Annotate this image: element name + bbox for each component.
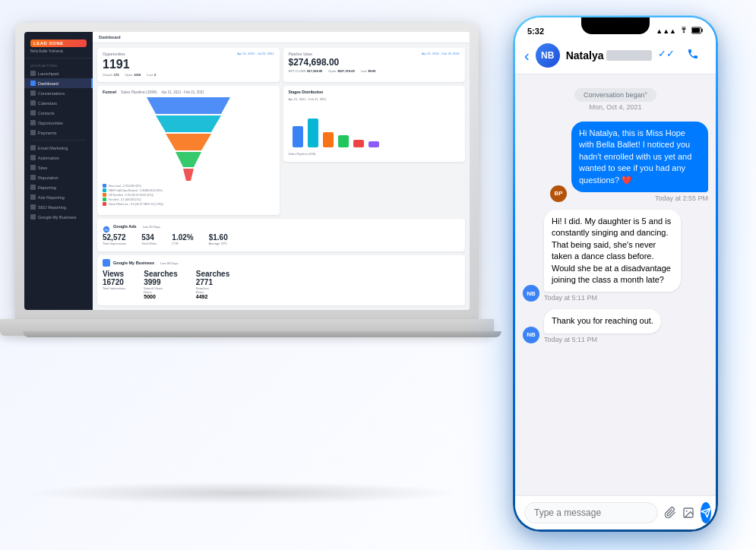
sidebar-item-conversations[interactable]: Conversations xyxy=(24,88,93,98)
stat-item-open: Open: 1018 xyxy=(125,73,141,77)
search-views-count: 3999 xyxy=(144,278,177,286)
stat-breakdown: NET CLOSE: $17,324.00 Open: $227,374.00 … xyxy=(289,69,460,73)
gmb-icon xyxy=(30,214,36,220)
sidebar-item-ads-reporting[interactable]: Ads Reporting xyxy=(24,192,93,202)
closed-val: 172 xyxy=(114,73,119,77)
svg-rect-7 xyxy=(323,132,334,147)
battery-icon xyxy=(691,27,704,36)
legend-item-1: New Lead - 2,554,366 (0%) xyxy=(103,184,274,188)
stat-item-netclose: NET CLOSE: $17,324.00 xyxy=(289,69,323,73)
legend-label: HS Enrolled - 0.32 (39.74 69.92 (5%)) xyxy=(109,194,153,197)
back-button[interactable]: ‹ xyxy=(524,47,530,65)
msg-col-incoming-2: Thank you for reaching out. Today at 5:1… xyxy=(544,309,661,343)
stages-period: Apr 21, 2021 - Feb 21, 2021 xyxy=(289,97,460,101)
phone: 5:32 ▲▲▲ ‹ xyxy=(513,15,718,532)
laptop-base-bottom xyxy=(23,331,501,337)
payments-icon xyxy=(30,130,36,135)
sidebar-item-label: Reputation xyxy=(38,175,59,180)
svg-marker-3 xyxy=(176,152,201,167)
msg-col-incoming: Hi! I did. My daughter is 5 and is const… xyxy=(544,210,681,302)
sidebar-item-automation[interactable]: Automation xyxy=(24,153,93,163)
message-input[interactable] xyxy=(524,502,658,523)
calendars-icon xyxy=(30,100,36,106)
contact-name: Natalya xyxy=(566,49,604,62)
attachment-button[interactable] xyxy=(664,502,676,523)
heart-emoji: ❤️ xyxy=(622,175,632,185)
sidebar-item-label: Launchpad xyxy=(38,71,59,76)
page-title: Dashboard xyxy=(99,35,121,40)
quick-actions-label: Quick Actions xyxy=(24,62,93,68)
sidebar-item-launchpad[interactable]: Launchpad xyxy=(24,68,93,78)
automation-icon xyxy=(30,155,36,160)
sidebar-item-reporting[interactable]: Reporting xyxy=(24,182,93,192)
sidebar-item-label: Ads Reporting xyxy=(38,195,65,200)
legend-label: New Lead - 2,554,366 (0%) xyxy=(109,185,141,188)
svg-rect-13 xyxy=(692,28,700,33)
sidebar-item-gmb[interactable]: Google My Business xyxy=(24,212,93,222)
sidebar-item-payments[interactable]: Payments xyxy=(24,128,93,138)
laptop: LEAD XONE Bella Ballet Yorklands Quick A… xyxy=(15,23,486,517)
sidebar-item-label: Automation xyxy=(38,156,59,160)
more-icon[interactable]: ⋮ xyxy=(711,48,716,63)
logo-badge: LEAD XONE xyxy=(30,40,87,47)
search-views-val: Searches xyxy=(144,270,177,278)
lost-val: 2 xyxy=(154,73,156,77)
sidebar-item-reputation[interactable]: Reputation xyxy=(24,172,93,182)
gmb-views: Views 16720 Total Interactions xyxy=(103,270,125,299)
message-outgoing-1: Hi Natalya, this is Miss Hope with Bella… xyxy=(523,122,708,202)
sidebar-logo: LEAD XONE Bella Ballet Yorklands xyxy=(24,36,93,58)
opportunities-icon xyxy=(30,120,36,125)
workspace-label: Bella Ballet Yorklands xyxy=(30,49,87,53)
ads-ctr: 1.02% CTR xyxy=(172,233,193,245)
dashboard-icon xyxy=(30,81,36,86)
views-count: 16720 xyxy=(103,278,125,286)
ads-metrics: 52,572 Total Impressions 534 Total Click… xyxy=(103,233,460,245)
search-direct-val: 5000 xyxy=(144,294,177,299)
status-right: ▲▲▲ xyxy=(656,27,704,36)
gmb-card: Google My Business Last 90 Days Views 16… xyxy=(97,255,465,305)
svg-rect-6 xyxy=(308,119,318,147)
stat-title: Pipeline Value xyxy=(289,52,313,56)
laptop-shadow xyxy=(23,482,463,504)
ads-title: Google Ads xyxy=(113,224,137,229)
sidebar-divider xyxy=(30,140,87,141)
ads-header: Google Ads Last 30 Days xyxy=(103,223,460,230)
sidebar-item-seo-reporting[interactable]: SEO Reporting xyxy=(24,202,93,212)
conv-began-text: Conversation began° xyxy=(584,91,647,99)
chat-header: ‹ NB Natalya ✓✓ xyxy=(515,39,716,74)
legend-item-2: DMS Trial/Class Booked - 5.95/$8.00 (0.4… xyxy=(103,188,274,192)
msg-time-outgoing: Today at 2:55 PM xyxy=(571,194,708,202)
svg-marker-2 xyxy=(166,134,211,150)
svg-marker-1 xyxy=(156,115,221,132)
stat-date: Apr 21, 2021 - Feb 22, 2021 xyxy=(422,52,460,55)
phone-icon[interactable] xyxy=(687,48,699,63)
name-blur-overlay xyxy=(606,50,652,61)
recipient-avatar: NB xyxy=(523,285,539,302)
image-button[interactable] xyxy=(682,502,694,523)
chat-name-area: Natalya xyxy=(566,49,653,62)
reputation-icon xyxy=(30,175,36,180)
msg-time-incoming-2: Today at 5:11 PM xyxy=(544,336,661,343)
main-content: Opportunities Apr 21, 2021 - Jul 22, 202… xyxy=(93,43,470,310)
status-time: 5:32 xyxy=(527,27,544,36)
stat-title: Opportunities xyxy=(103,52,125,56)
sidebar-item-dashboard[interactable]: Dashboard xyxy=(24,78,93,88)
stat-breakdown: Closed: 172 Open: 1018 Lost: 2 xyxy=(103,73,274,77)
sidebar-item-email-marketing[interactable]: Email Marketing xyxy=(24,143,93,153)
stages-card: Stages Distribution Apr 21, 2021 - Feb 2… xyxy=(283,86,466,162)
gmb-period: Last 90 Days xyxy=(160,261,178,265)
send-button[interactable] xyxy=(701,502,711,523)
ads-clicks: 534 Total Clicks xyxy=(141,233,157,245)
contacts-icon xyxy=(30,110,36,115)
sidebar-item-label: Contacts xyxy=(38,111,55,115)
sidebar-item-sites[interactable]: Sites xyxy=(24,163,93,172)
stat-item-closed: Closed: 172 xyxy=(103,73,119,77)
legend-dot-cyan xyxy=(103,188,106,192)
sidebar-item-opportunities[interactable]: Opportunities xyxy=(24,118,93,128)
sidebar-item-contacts[interactable]: Contacts xyxy=(24,108,93,118)
signal-icon: ▲▲▲ xyxy=(656,27,676,35)
sidebar-item-calendars[interactable]: Calendars xyxy=(24,98,93,108)
msg-time-incoming: Today at 5:11 PM xyxy=(544,294,681,302)
phone-frame: 5:32 ▲▲▲ ‹ xyxy=(513,15,718,532)
legend-label: Enrolled - 0.2 (89.03/12.55) xyxy=(109,198,141,201)
